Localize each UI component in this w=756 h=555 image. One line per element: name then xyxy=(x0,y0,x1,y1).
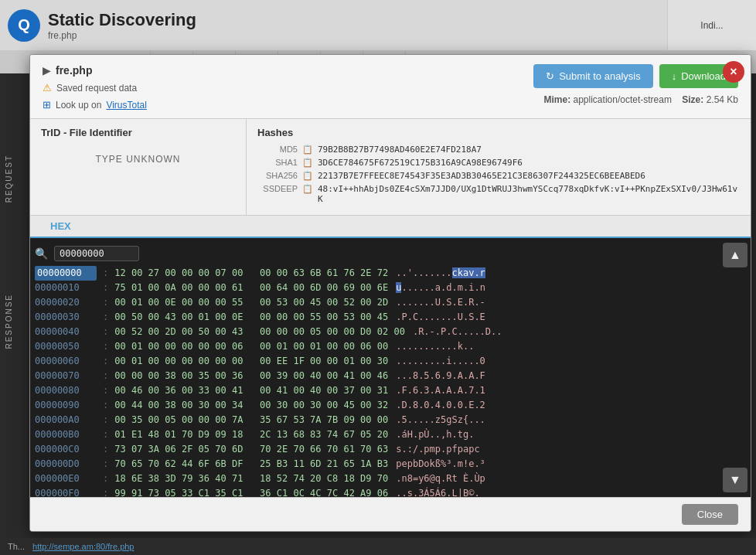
submit-analysis-button[interactable]: ↻ Submit to analysis xyxy=(533,64,653,88)
hex-ascii: pepbDokß%³.m!e.³ xyxy=(396,457,485,472)
modal-header: ▶ fre.php ⚠ Saved request data ⊞ Look up… xyxy=(30,55,751,119)
logo: Q xyxy=(8,9,40,42)
hex-ascii: ...8.5.6.9.A.A.F xyxy=(396,369,485,383)
hex-content-area: 🔍 00000000 : 12 00 27 00 00 00 07 00 00 … xyxy=(30,238,751,497)
indicator-bar: Indi... xyxy=(667,0,756,50)
hex-row: 00000080 : 00 46 00 36 00 33 00 41 00 41… xyxy=(35,383,715,398)
scroll-down-button[interactable]: ▼ xyxy=(723,468,747,492)
hash-label: SHA1 xyxy=(257,158,298,167)
hash-value: 79B2B8B27B77498AD460E2E74FD218A7 xyxy=(318,145,482,155)
hex-bytes: 00 50 00 43 00 01 00 0E 00 00 00 55 00 5… xyxy=(114,310,388,325)
hex-rows-container: 00000000 : 12 00 27 00 00 00 07 00 00 00… xyxy=(35,266,715,497)
sidebar-response[interactable]: RESPONSE xyxy=(5,294,13,349)
app-title-area: Static Discovering fre.php xyxy=(48,10,196,41)
saved-request-text: Saved request data xyxy=(56,83,137,94)
hex-ascii: s.:/.pmp.pfpapc xyxy=(396,442,479,457)
hex-addr: 000000E0 xyxy=(35,472,97,486)
hex-search-row: 🔍 xyxy=(35,246,715,261)
hex-addr: 00000020 xyxy=(35,295,97,310)
hex-tab[interactable]: HEX xyxy=(38,216,83,238)
hex-addr: 000000B0 xyxy=(35,427,97,442)
hex-colon: : xyxy=(103,354,108,369)
close-button[interactable]: Close xyxy=(682,504,738,525)
hex-colon: : xyxy=(103,486,108,497)
hash-value: 48:vI++hhAbjDs0ZE4cSXm7JJD0/UXg1DtWRUJ3h… xyxy=(318,184,740,204)
hex-addr: 00000030 xyxy=(35,310,97,325)
hex-row: 000000A0 : 00 35 00 05 00 00 00 7A 35 67… xyxy=(35,413,715,427)
virustotal-prefix: Look up on xyxy=(56,100,101,111)
hash-label: SHA256 xyxy=(257,171,298,180)
hex-row: 00000010 : 75 01 00 0A 00 00 00 61 00 64… xyxy=(35,281,715,295)
modal-footer: Close xyxy=(30,497,751,531)
scroll-controls: ▲ ▼ xyxy=(720,238,751,497)
hex-addr: 000000D0 xyxy=(35,457,97,472)
copy-icon[interactable]: 📋 xyxy=(302,145,313,155)
hex-search-input[interactable] xyxy=(54,246,139,261)
hex-colon: : xyxy=(103,325,108,339)
copy-icon[interactable]: 📋 xyxy=(302,171,313,181)
hex-ascii: .áH.pÙ..,h.tg. xyxy=(396,427,479,442)
filename-row: ▶ fre.php xyxy=(43,64,147,77)
modal-header-left: ▶ fre.php ⚠ Saved request data ⊞ Look up… xyxy=(43,64,147,111)
copy-icon[interactable]: 📋 xyxy=(302,158,313,168)
hex-colon: : xyxy=(103,310,108,325)
hex-addr: 000000C0 xyxy=(35,442,97,457)
sidebar-request[interactable]: REQUEST xyxy=(5,155,13,203)
hex-addr: 00000070 xyxy=(35,369,97,383)
modal-header-right: ↻ Submit to analysis ↓ Download Mime: ap… xyxy=(533,64,738,105)
hex-ascii: ..s.3Á5Á6.L|B©. xyxy=(396,486,479,497)
hex-addr-highlighted: 00000000 xyxy=(35,266,97,281)
virustotal-link[interactable]: VirusTotal xyxy=(106,100,146,111)
scroll-up-button[interactable]: ▲ xyxy=(723,243,747,267)
close-x-button[interactable]: × xyxy=(723,61,744,83)
hash-label: MD5 xyxy=(257,145,298,154)
hex-ascii: .D.8.0.4.0.0.E.2 xyxy=(396,398,485,413)
hex-ascii: .5.....z5gSz{... xyxy=(396,413,485,427)
hex-row: 00000070 : 00 00 00 38 00 35 00 36 00 39… xyxy=(35,369,715,383)
file-arrow-icon: ▶ xyxy=(43,64,51,77)
hex-ascii: u......a.d.m.i.n xyxy=(396,281,485,295)
hex-addr: 000000A0 xyxy=(35,413,97,427)
hex-row: 00000000 : 12 00 27 00 00 00 07 00 00 00… xyxy=(35,266,715,281)
app-subtitle: fre.php xyxy=(48,30,196,41)
saved-request-row: ⚠ Saved request data xyxy=(43,82,147,94)
hashes-rows: MD5 📋 79B2B8B27B77498AD460E2E74FD218A7 S… xyxy=(257,145,740,204)
copy-icon[interactable]: 📋 xyxy=(302,184,313,194)
hex-addr: 00000010 xyxy=(35,281,97,295)
hex-bytes: 70 65 70 62 44 6F 6B DF 25 B3 11 6D 21 6… xyxy=(114,457,388,472)
hex-addr: 00000040 xyxy=(35,325,97,339)
hex-row: 00000050 : 00 01 00 00 00 00 00 06 00 01… xyxy=(35,339,715,354)
hex-row: 00000020 : 00 01 00 0E 00 00 00 55 00 53… xyxy=(35,295,715,310)
status-text: Th... xyxy=(8,542,25,551)
hex-addr: 00000090 xyxy=(35,398,97,413)
hex-addr: 000000F0 xyxy=(35,486,97,497)
hash-row: SSDEEP 📋 48:vI++hhAbjDs0ZE4cSXm7JJD0/UXg… xyxy=(257,184,740,204)
hex-bytes: 00 35 00 05 00 00 00 7A 35 67 53 7A 7B 0… xyxy=(114,413,388,427)
hex-bytes: 00 01 00 0E 00 00 00 55 00 53 00 45 00 5… xyxy=(114,295,388,310)
hex-ascii: ...........k.. xyxy=(396,339,474,354)
hex-bytes: 12 00 27 00 00 00 07 00 00 00 63 6B 61 7… xyxy=(114,266,388,281)
hex-bytes: 73 07 3A 06 2F 05 70 6D 70 2E 70 66 70 6… xyxy=(114,442,388,457)
refresh-icon: ↻ xyxy=(546,70,554,82)
hash-label: SSDEEP xyxy=(257,184,298,193)
hex-ascii: .n8=y6@q.Rt È.Ùp xyxy=(396,472,485,486)
hex-row: 00000040 : 00 52 00 2D 00 50 00 43 00 00… xyxy=(35,325,715,339)
hex-colon: : xyxy=(103,266,108,281)
hash-value: 3D6CE784675F672519C175B316A9CA98E96749F6 xyxy=(318,158,523,168)
hex-colon: : xyxy=(103,383,108,398)
status-url[interactable]: http://sempe.am:80/fre.php xyxy=(32,542,134,551)
virustotal-row[interactable]: ⊞ Look up on VirusTotal xyxy=(43,99,147,111)
hex-row: 000000B0 : 01 E1 48 01 70 D9 09 18 2C 13… xyxy=(35,427,715,442)
hex-ascii: .........i.....0 xyxy=(396,354,485,369)
hex-bytes: 75 01 00 0A 00 00 00 61 00 64 00 6D 00 6… xyxy=(114,281,388,295)
middle-section: TrID - File Identifier TYPE UNKNOWN Hash… xyxy=(30,119,751,216)
filename: fre.php xyxy=(56,64,92,77)
hex-tab-bar: HEX xyxy=(30,216,751,238)
download-icon: ↓ xyxy=(672,70,677,82)
trid-title: TrID - File Identifier xyxy=(41,127,235,138)
hex-ascii: .P.C.......U.S.E xyxy=(396,310,485,325)
hash-row: MD5 📋 79B2B8B27B77498AD460E2E74FD218A7 xyxy=(257,145,740,155)
hex-colon: : xyxy=(103,472,108,486)
hex-bytes: 00 01 00 00 00 00 00 06 00 01 00 01 00 0… xyxy=(114,339,388,354)
hex-ascii: .F.6.3.A.A.A.7.1 xyxy=(396,383,485,398)
